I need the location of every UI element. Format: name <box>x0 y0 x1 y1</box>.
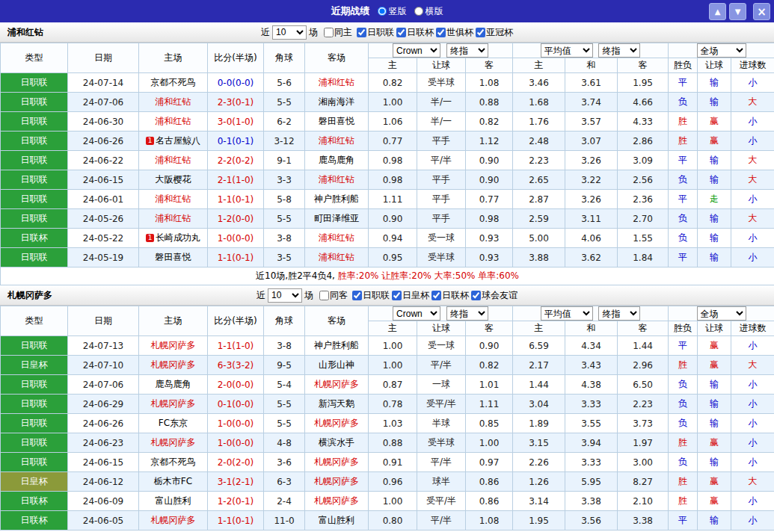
away-odds: 0.90 <box>466 336 513 356</box>
avg-draw-odds: 4.38 <box>565 375 618 395</box>
league-filter[interactable]: 球会友谊 <box>471 289 517 302</box>
home-odds: 0.77 <box>369 132 417 151</box>
away-team: 湘南海洋 <box>305 93 369 112</box>
avg-home-odds: 1.44 <box>513 375 565 395</box>
same-venue-checkbox[interactable] <box>324 28 334 37</box>
vertical-radio-input[interactable] <box>378 7 387 16</box>
odds-stage-select[interactable]: 终指 <box>446 43 488 58</box>
layout-vertical-radio[interactable]: 竖版 <box>378 5 407 18</box>
same-venue-filter[interactable]: 同客 <box>319 289 348 302</box>
home-odds: 0.80 <box>369 511 417 531</box>
summary-stat: 大率:50% <box>431 270 476 281</box>
score: 1-2(0-0) <box>208 209 264 229</box>
league-type-badge: 日职联 <box>1 190 68 209</box>
avg-stage-select[interactable]: 终指 <box>598 306 640 321</box>
league-filter[interactable]: 亚冠杯 <box>476 26 513 39</box>
same-venue-filter[interactable]: 同主 <box>324 26 352 39</box>
match-row: 日联杯24-06-05札幌冈萨多1-1(0-1)11-0富山胜利0.80平/半1… <box>1 511 774 531</box>
league-filter[interactable]: 日联杯 <box>431 289 469 302</box>
result-flag: 平 <box>669 511 698 531</box>
same-venue-label: 同客 <box>330 289 348 302</box>
league-filter[interactable]: 日职联 <box>357 26 394 39</box>
horizontal-radio-input[interactable] <box>414 7 423 16</box>
col-odds-away: 客 <box>466 321 513 336</box>
score: 3-1(2-1) <box>208 472 264 492</box>
handicap-line: 半球 <box>417 414 466 433</box>
home-team-name: 鹿岛鹿角 <box>156 379 191 389</box>
away-team-name: 浦和红钻 <box>319 252 354 262</box>
league-filters: 日职联日皇杯日联杯球会友谊 <box>350 289 517 302</box>
result-flag: 负 <box>669 375 698 395</box>
move-up-button[interactable]: ▲ <box>709 3 726 20</box>
match-count-select[interactable]: 10 <box>268 288 302 303</box>
avg-provider-select[interactable]: 平均值 <box>541 306 593 321</box>
handicap-flag: 输 <box>698 229 731 248</box>
result-flag: 负 <box>669 170 698 190</box>
match-date: 24-06-26 <box>68 414 139 433</box>
odds-provider-select[interactable]: Crown <box>393 306 440 321</box>
avg-draw-odds: 3.22 <box>565 170 618 190</box>
col-type: 类型 <box>1 43 68 73</box>
avg-provider-select[interactable]: 平均值 <box>541 43 593 58</box>
result-flag: 胜 <box>669 132 698 151</box>
odds-stage-select[interactable]: 终指 <box>446 306 488 321</box>
col-odds-home: 主 <box>369 321 417 336</box>
avg-home-odds: 3.04 <box>513 395 565 414</box>
match-date: 24-06-23 <box>68 433 139 453</box>
match-date: 24-07-13 <box>68 336 139 356</box>
league-checkbox[interactable] <box>357 28 366 37</box>
goals-flag: 大 <box>731 93 774 112</box>
match-row: 日职联24-07-13札幌冈萨多1-1(1-0)3-8神户胜利船1.00受一球0… <box>1 336 774 356</box>
league-checkbox[interactable] <box>431 291 441 300</box>
same-venue-checkbox[interactable] <box>319 291 329 300</box>
league-filter[interactable]: 日联杯 <box>396 26 434 39</box>
league-checkbox[interactable] <box>476 28 485 37</box>
scope-select[interactable]: 全场 <box>697 43 746 58</box>
odds-source-cell: Crown 终指 <box>369 43 513 58</box>
home-odds: 0.95 <box>369 248 417 267</box>
home-odds: 1.11 <box>369 190 417 209</box>
avg-home-odds: 1.68 <box>513 93 565 112</box>
col-type: 类型 <box>1 306 68 336</box>
close-button[interactable]: × <box>753 3 770 20</box>
corner-score: 5-6 <box>264 73 305 93</box>
league-label: 日联杯 <box>442 289 469 302</box>
layout-horizontal-radio[interactable]: 横版 <box>414 5 443 18</box>
scope-select[interactable]: 全场 <box>697 306 746 321</box>
league-type-badge: 日联杯 <box>1 492 68 511</box>
league-checkbox[interactable] <box>396 28 406 37</box>
col-odds-handicap: 让球 <box>417 321 466 336</box>
score: 1-0(0-0) <box>208 414 264 433</box>
corner-score: 9-1 <box>264 151 305 170</box>
league-type-badge: 日职联 <box>1 433 68 453</box>
away-team: 新泻天鹅 <box>305 395 369 414</box>
league-filter[interactable]: 世俱杯 <box>436 26 473 39</box>
league-checkbox[interactable] <box>352 291 362 300</box>
horizontal-radio-label: 横版 <box>426 5 443 18</box>
league-checkbox[interactable] <box>392 291 402 300</box>
league-filter[interactable]: 日职联 <box>352 289 390 302</box>
avg-away-odds: 3.73 <box>618 414 669 433</box>
corner-score: 6-3 <box>264 472 305 492</box>
near-label: 近 <box>261 26 270 39</box>
move-down-button[interactable]: ▼ <box>729 3 746 20</box>
league-checkbox[interactable] <box>471 291 481 300</box>
away-odds: 1.08 <box>466 73 513 93</box>
away-team: 神户胜利船 <box>305 190 369 209</box>
home-team: 浦和红钻 <box>139 93 208 112</box>
avg-away-odds: 1.95 <box>618 73 669 93</box>
league-label: 日职联 <box>363 289 390 302</box>
avg-stage-select[interactable]: 终指 <box>598 43 640 58</box>
league-checkbox[interactable] <box>436 28 446 37</box>
summary-stat: 胜率:20% <box>335 270 379 281</box>
odds-provider-select[interactable]: Crown <box>393 43 440 58</box>
home-team-name: 札幌冈萨多 <box>151 359 196 370</box>
league-type-badge: 日皇杯 <box>1 356 68 375</box>
home-team-name: 浦和红钻 <box>156 155 191 165</box>
col-away: 客场 <box>305 43 369 73</box>
handicap-line: 平/半 <box>417 453 466 472</box>
corner-score: 5-8 <box>264 190 305 209</box>
match-count-select[interactable]: 10 <box>272 25 307 40</box>
corner-score: 5-5 <box>264 209 305 229</box>
league-filter[interactable]: 日皇杯 <box>392 289 429 302</box>
